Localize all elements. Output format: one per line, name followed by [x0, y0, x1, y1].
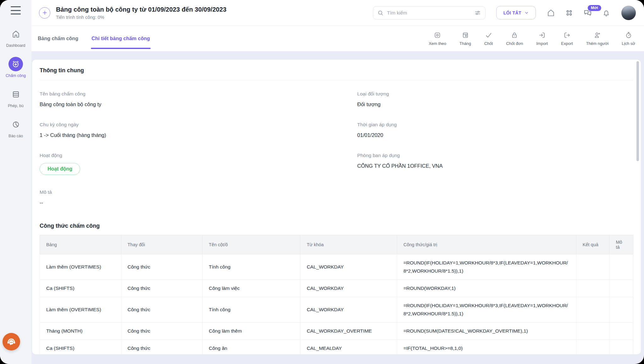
tab-bang-cham-cong[interactable]: Bảng chấm công — [37, 26, 79, 51]
toolbar-export[interactable]: Export — [561, 31, 573, 46]
sidebar-item-label: Chấm công — [6, 73, 26, 78]
search-icon — [377, 10, 384, 16]
col-ket-qua: Kết quả — [576, 235, 609, 254]
formula-table: Bảng Thay đổi Tên cột/ô Từ khóa Công thứ… — [40, 235, 633, 354]
import-icon — [538, 31, 546, 39]
toolbar-history[interactable]: Lịch sử — [622, 31, 635, 46]
pie-chart-icon — [12, 117, 20, 132]
info-column-left: Tên bảng chấm công Bảng công toàn bộ côn… — [40, 91, 357, 220]
sidebar-item-dashboard[interactable]: Dashboard — [0, 26, 31, 48]
support-chat-button[interactable] — [3, 333, 20, 350]
table-row[interactable]: Làm thêm (OVERTIMES) Công thức Tính công… — [40, 254, 633, 280]
field-loai-doi-tuong: Loại đối tượng Đối tượng — [357, 91, 633, 107]
sidebar-item-bao-cao[interactable]: Báo cáo — [0, 117, 31, 138]
tab-chi-tiet-bang-cham-cong[interactable]: Chi tiết bảng chấm công — [91, 26, 151, 51]
home-icon — [12, 26, 20, 41]
table-row[interactable]: Ca (SHIFTS) Công thức Công ăn CAL_MEALDA… — [40, 340, 633, 355]
field-ten-bang: Tên bảng chấm công Bảng công toàn bộ côn… — [40, 91, 357, 107]
rows-icon — [12, 87, 20, 102]
section-title: Thông tin chung — [40, 67, 84, 74]
history-icon — [625, 31, 632, 39]
tab-bar: Bảng chấm công Chi tiết bảng chấm công X… — [31, 26, 644, 51]
toolbar-lock-in[interactable]: Chốt — [484, 31, 493, 46]
new-badge: Mới — [588, 5, 601, 11]
general-info-grid: Tên bảng chấm công Bảng công toàn bộ côn… — [40, 80, 633, 220]
app-window: Dashboard Chấm công — [0, 0, 644, 364]
lock-icon — [511, 31, 518, 39]
sidebar-item-label: Báo cáo — [8, 134, 23, 138]
sidebar-item-cham-cong[interactable]: Chấm công — [0, 57, 31, 78]
table-header-row: Bảng Thay đổi Tên cột/ô Từ khóa Công thứ… — [40, 235, 633, 254]
headset-chat-icon — [6, 336, 17, 347]
shortcut-button[interactable]: LỐI TẮT — [496, 6, 536, 19]
general-info-header: Thông tin chung — [40, 60, 633, 80]
content-card: Thông tin chung Tên bảng chấm công Bảng … — [32, 60, 641, 354]
search-box — [373, 6, 486, 19]
user-avatar[interactable] — [621, 6, 636, 20]
topbar-right: LỐI TẮT — [373, 6, 636, 20]
notifications-bell-icon[interactable] — [602, 8, 611, 17]
col-thay-doi: Thay đổi — [121, 235, 203, 254]
col-tu-khoa: Từ khóa — [300, 235, 397, 254]
alarm-plus-icon — [8, 57, 23, 71]
view-mode-icon — [434, 31, 441, 39]
create-new-button[interactable] — [39, 7, 50, 19]
field-mo-ta: Mô tả -- — [40, 189, 357, 206]
table-row[interactable]: Tháng (MONTH) Công thức Công làm thêm CA… — [40, 323, 633, 340]
toolbar: Xem theo Tháng Chốt — [429, 26, 644, 51]
toolbar-month[interactable]: Tháng — [459, 31, 471, 46]
col-cong-thuc: Công thức/giá trị — [397, 235, 576, 254]
sidebar-item-label: Phép, bù — [8, 104, 24, 108]
sidebar-nav: Dashboard Chấm công — [0, 26, 31, 147]
check-icon — [485, 31, 492, 39]
home-shortcut-icon[interactable] — [547, 8, 555, 17]
col-bang: Bảng — [40, 235, 121, 254]
tabs: Bảng chấm công Chi tiết bảng chấm công — [37, 26, 151, 51]
apps-grid-icon[interactable] — [565, 8, 574, 17]
field-thoi-gian-ap-dung: Thời gian áp dụng 01/01/2020 — [357, 122, 633, 138]
export-icon — [563, 31, 571, 39]
page-title: Bảng công toàn bộ công ty từ 01/09/2023 … — [56, 6, 226, 13]
vertical-scrollbar[interactable] — [636, 61, 639, 161]
toolbar-view-mode[interactable]: Xem theo — [429, 31, 446, 46]
sidebar: Dashboard Chấm công — [0, 0, 31, 364]
col-mo-ta: Mô tả — [609, 235, 633, 254]
toolbar-add-person[interactable]: Thêm người — [586, 31, 608, 46]
hamburger-menu-icon[interactable] — [11, 6, 21, 14]
toolbar-import[interactable]: Import — [536, 31, 548, 46]
top-bar: Bảng công toàn bộ công ty từ 01/09/2023 … — [31, 0, 644, 26]
page-title-block: Bảng công toàn bộ công ty từ 01/09/2023 … — [56, 6, 226, 20]
search-input[interactable] — [386, 10, 471, 16]
progress-text: Tiến trình tính công: 0% — [56, 15, 226, 20]
table-row[interactable]: Làm thêm (OVERTIMES) Công thức Tính công… — [40, 297, 633, 323]
topbar-icons: Mới — [547, 8, 611, 18]
search-filter-icon[interactable] — [474, 9, 481, 16]
formula-section-title: Công thức chấm công — [40, 223, 633, 229]
chevron-down-icon — [525, 11, 529, 15]
field-chu-ky: Chu kỳ công ngày 1 -> Cuối tháng (hàng t… — [40, 122, 357, 138]
info-column-right: Loại đối tượng Đối tượng Thời gian áp dụ… — [357, 91, 633, 220]
table-row[interactable]: Ca (SHIFTS) Công thức Công làm việc CAL_… — [40, 280, 633, 297]
toolbar-lock-requests[interactable]: Chốt đơn — [506, 31, 523, 46]
status-badge: Hoạt động — [40, 163, 80, 175]
field-phong-ban-ap-dung: Phòng ban áp dụng CÔNG TY CỔ PHẦN 1OFFIC… — [357, 153, 633, 169]
field-trang-thai: Hoạt động Hoạt động — [40, 153, 357, 175]
user-plus-icon — [594, 31, 601, 39]
calendar-icon — [462, 31, 469, 39]
chat-icon[interactable]: Mới — [583, 8, 592, 18]
col-ten-cot-o: Tên cột/ô — [203, 235, 300, 254]
sidebar-item-phep-bu[interactable]: Phép, bù — [0, 87, 31, 108]
sidebar-item-label: Dashboard — [6, 43, 25, 48]
